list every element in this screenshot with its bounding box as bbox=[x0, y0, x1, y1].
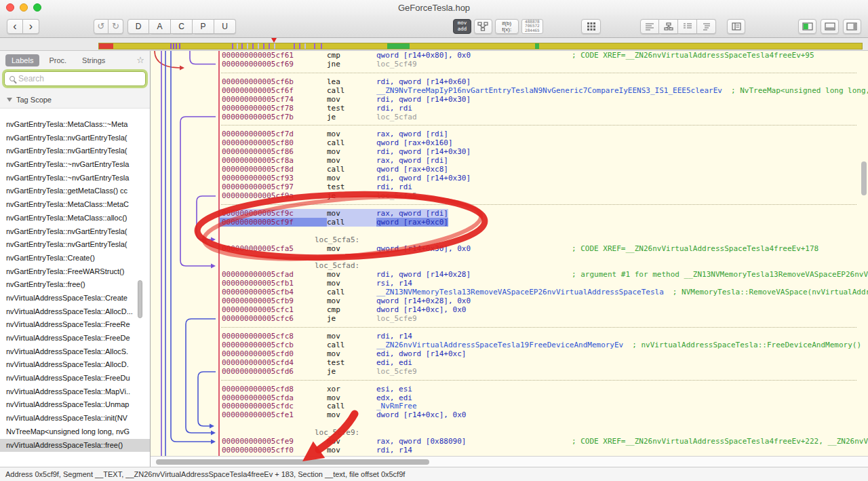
list-item[interactable]: nvGartEntryTesla::Create() bbox=[0, 252, 150, 265]
pseudo-view-icon[interactable] bbox=[697, 19, 716, 34]
list-item[interactable]: nvGartEntryTesla::MetaClass::~Meta bbox=[0, 118, 150, 132]
assembly-view-icon[interactable] bbox=[640, 19, 659, 34]
instruction-line[interactable]: 000000000005cfa5movqword [r14+0x30], 0x0… bbox=[220, 244, 868, 253]
tab-labels[interactable]: Labels bbox=[5, 54, 39, 66]
label-line[interactable]: loc_5cfad: bbox=[220, 262, 868, 271]
search-field[interactable] bbox=[4, 71, 146, 86]
tab-strings[interactable]: Strings bbox=[76, 54, 111, 66]
pseudocode-button[interactable]: if(b) f(x): bbox=[495, 19, 519, 34]
instruction-line[interactable]: 000000000005cf74movrdi, qword [r14+0x30] bbox=[220, 95, 868, 104]
list-item[interactable]: nvVirtualAddressSpaceTesla::AllocD... bbox=[0, 305, 150, 319]
mode-button-d[interactable]: D bbox=[127, 19, 149, 34]
byte-grid-icon[interactable] bbox=[581, 19, 601, 34]
list-item[interactable]: nvVirtualAddressSpaceTesla::free() bbox=[0, 439, 150, 453]
instruction-line[interactable]: 000000000005cf86movrdi, qword [r14+0x30] bbox=[220, 147, 868, 156]
instruction-line[interactable]: 000000000005cf6bleardi, qword [r14+0x60] bbox=[220, 77, 868, 86]
instruction-line[interactable]: 000000000005cff0movrdi, r14 bbox=[220, 446, 868, 455]
instruction-line[interactable]: 000000000005cf9ajeloc_5cfa5 bbox=[220, 191, 868, 200]
mode-button-a[interactable]: A bbox=[149, 19, 171, 34]
instruction-line[interactable]: 000000000005cfdccall_NvRmFree bbox=[220, 402, 868, 411]
instruction-line[interactable]: 000000000005cfdamovedx, edi bbox=[220, 393, 868, 402]
instruction-line[interactable]: 000000000005cf7bjeloc_5cfad bbox=[220, 113, 868, 121]
list-item[interactable]: nvVirtualAddressSpaceTesla::Create bbox=[0, 292, 150, 305]
disclosure-triangle-icon[interactable] bbox=[7, 98, 12, 102]
instruction-line[interactable]: 000000000005cf78testrdi, rdi bbox=[220, 104, 868, 113]
instruction-line[interactable]: 000000000005cfd0movedi, dword [r14+0xc] bbox=[220, 349, 868, 358]
instruction-line[interactable]: 000000000005cfb1movrsi, r14 bbox=[220, 279, 868, 288]
minimize-button[interactable] bbox=[20, 3, 28, 12]
instruction-line[interactable]: 000000000005cfcbcall__ZN26nvVirtualAddre… bbox=[220, 341, 868, 349]
list-item[interactable]: nvVirtualAddressSpaceTesla::MapVi.. bbox=[0, 385, 150, 399]
instruction-line[interactable]: 000000000005cf6fcall__ZN9NvTreeMapIyP16n… bbox=[220, 86, 868, 95]
list-item[interactable]: nvGartEntryTesla::getMetaClass() cc bbox=[0, 185, 150, 198]
list-item[interactable]: nvVirtualAddressSpaceTesla::AllocD. bbox=[0, 358, 150, 372]
instruction-line[interactable]: 000000000005cf93movrdi, qword [r14+0x30] bbox=[220, 174, 868, 182]
undo-icon[interactable]: ↺ bbox=[94, 19, 108, 34]
instruction-line[interactable]: 000000000005cfd8xoresi, esi bbox=[220, 385, 868, 393]
list-item[interactable]: nvGartEntryTesla::nvGartEntryTesla( bbox=[0, 238, 150, 252]
list-item[interactable]: nvGartEntryTesla::~nvGartEntryTesla bbox=[0, 158, 150, 172]
list-item[interactable]: nvGartEntryTesla::MetaClass::MetaC bbox=[0, 198, 150, 212]
instruction-line[interactable]: 000000000005cf7dmovrax, qword [rdi] bbox=[220, 130, 868, 138]
instruction-line[interactable]: 000000000005cf97testrdi, rdi bbox=[220, 182, 868, 191]
instruction-line[interactable]: 000000000005cfe9movrax, qword [0x88090];… bbox=[220, 437, 868, 446]
list-item[interactable]: nvGartEntryTesla::nvGartEntryTesla( bbox=[0, 225, 150, 239]
label-line[interactable]: loc_5cfe9: bbox=[220, 428, 868, 437]
list-item[interactable]: nvGartEntryTesla::nvGartEntryTesla( bbox=[0, 132, 150, 145]
instruction-line[interactable]: 000000000005cf9cmovrax, qword [rdi] bbox=[220, 209, 868, 218]
list-item[interactable]: nvGartEntryTesla::MetaClass::alloc() bbox=[0, 212, 150, 225]
nav-strip[interactable] bbox=[98, 43, 863, 50]
redo-icon[interactable]: ↻ bbox=[108, 19, 123, 34]
tag-scope-row[interactable]: Tag Scope bbox=[0, 91, 150, 108]
instruction-line[interactable]: 000000000005cfc1cmpdword [r14+0xc], 0x0 bbox=[220, 305, 868, 314]
label-line[interactable]: loc_5cfa5: bbox=[220, 235, 868, 244]
horizontal-scrollbar[interactable] bbox=[151, 456, 868, 467]
mode-button-p[interactable]: P bbox=[193, 19, 214, 34]
toggle-bottom-pane-icon[interactable] bbox=[821, 19, 839, 34]
instruction-line[interactable]: 000000000005cf8dcallqword [rax+0xc8] bbox=[220, 165, 868, 174]
cfg-graph-icon[interactable] bbox=[474, 19, 492, 34]
list-item[interactable]: nvVirtualAddressSpaceTesla::FreeDe bbox=[0, 332, 150, 345]
toggle-right-pane-icon[interactable] bbox=[843, 19, 861, 34]
instruction-line[interactable]: 000000000005cfd6jeloc_5cfe9 bbox=[220, 367, 868, 376]
instruction-line[interactable]: 000000000005cfd4testedi, edi bbox=[220, 358, 868, 367]
vertical-scrollbar-thumb[interactable] bbox=[861, 161, 867, 195]
instruction-line[interactable]: 000000000005cf9fcallqword [rax+0xc0] bbox=[220, 218, 868, 227]
sidebar-scrollbar-thumb[interactable] bbox=[138, 280, 142, 318]
hex-view-icon[interactable] bbox=[678, 19, 697, 34]
list-item[interactable]: nvVirtualAddressSpaceTesla::AllocS. bbox=[0, 345, 150, 359]
instruction-line[interactable]: 000000000005cfb4call__ZN13NVMemoryTesla1… bbox=[220, 288, 868, 296]
favorites-star-icon[interactable]: ☆ bbox=[136, 55, 144, 65]
instruction-line[interactable]: 000000000005cf69jneloc_5cf49 bbox=[220, 60, 868, 69]
list-item[interactable]: nvGartEntryTesla::nvGartEntryTesla( bbox=[0, 145, 150, 158]
inspector-icon[interactable] bbox=[727, 19, 745, 34]
list-item[interactable]: nvVirtualAddressSpaceTesla::Unmap bbox=[0, 398, 150, 412]
graph-view-icon[interactable] bbox=[659, 19, 678, 34]
instruction-line[interactable]: 000000000005cfadmovrdi, qword [r14+0x28]… bbox=[220, 270, 868, 279]
list-item[interactable]: nvGartEntryTesla::free() bbox=[0, 278, 150, 292]
instruction-line[interactable]: 000000000005cfc6jeloc_5cfe9 bbox=[220, 314, 868, 323]
search-input[interactable] bbox=[18, 74, 134, 83]
zoom-button[interactable] bbox=[33, 3, 41, 12]
instruction-line[interactable]: 000000000005cfb9movqword [r14+0x28], 0x0 bbox=[220, 296, 868, 305]
mode-button-c[interactable]: C bbox=[171, 19, 193, 34]
instruction-line[interactable]: 000000000005cfe1movdword [r14+0xc], 0x0 bbox=[220, 410, 868, 419]
list-item[interactable]: NvTreeMap<unsigned long long, nvG bbox=[0, 425, 150, 439]
instruction-line[interactable]: 000000000005cf80callqword [rax+0x160] bbox=[220, 138, 868, 147]
instruction-line[interactable]: 000000000005cfc8movrdi, r14 bbox=[220, 332, 868, 341]
forward-button[interactable]: › bbox=[23, 19, 39, 34]
list-item[interactable]: nvVirtualAddressSpaceTesla::FreeRe bbox=[0, 318, 150, 332]
list-item[interactable]: nvVirtualAddressSpaceTesla::init(NV bbox=[0, 412, 150, 425]
list-item[interactable]: nvVirtualAddressSpaceTesla::FreeDu bbox=[0, 372, 150, 385]
instruction-line[interactable]: 000000000005cf8amovrax, qword [rdi] bbox=[220, 156, 868, 165]
mode-button-u[interactable]: U bbox=[214, 19, 236, 34]
assembly-mode-button[interactable]: mov add bbox=[453, 19, 471, 34]
instruction-line[interactable]: 000000000005cf61cmpqword [r14+0x80], 0x0… bbox=[220, 51, 868, 60]
toggle-left-pane-icon[interactable] bbox=[798, 19, 816, 34]
close-button[interactable] bbox=[6, 3, 14, 12]
list-item[interactable]: nvGartEntryTesla::FreeWARStruct() bbox=[0, 265, 150, 279]
back-button[interactable]: ‹ bbox=[7, 19, 23, 34]
horizontal-scrollbar-thumb[interactable] bbox=[156, 459, 429, 465]
tab-proc[interactable]: Proc. bbox=[43, 54, 73, 66]
list-item[interactable]: nvGartEntryTesla::~nvGartEntryTesla bbox=[0, 172, 150, 185]
